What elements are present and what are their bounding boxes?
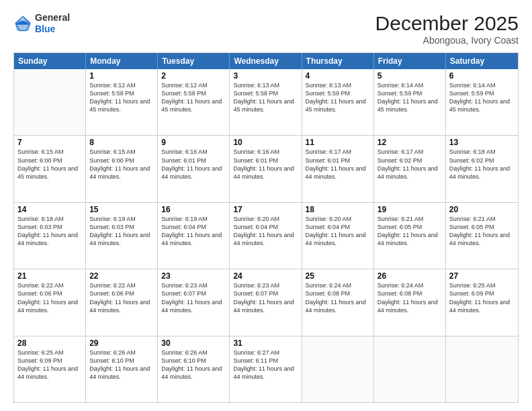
cal-cell-2-2: 16Sunrise: 6:19 AM Sunset: 6:04 PM Dayli… (158, 203, 230, 269)
cal-cell-1-4: 11Sunrise: 6:17 AM Sunset: 6:01 PM Dayli… (302, 136, 374, 201)
day-header-thursday: Thursday (302, 53, 374, 69)
cal-cell-1-0: 7Sunrise: 6:15 AM Sunset: 6:00 PM Daylig… (14, 136, 86, 201)
cal-cell-1-3: 10Sunrise: 6:16 AM Sunset: 6:01 PM Dayli… (230, 136, 302, 201)
cal-cell-0-3: 3Sunrise: 6:13 AM Sunset: 5:58 PM Daylig… (230, 69, 302, 135)
cal-cell-3-4: 25Sunrise: 6:24 AM Sunset: 6:08 PM Dayli… (302, 269, 374, 335)
location-subtitle: Abongoua, Ivory Coast (375, 35, 519, 46)
cell-info: Sunrise: 6:14 AM Sunset: 5:59 PM Dayligh… (449, 81, 515, 114)
cell-info: Sunrise: 6:16 AM Sunset: 6:01 PM Dayligh… (233, 148, 298, 181)
cal-cell-4-0: 28Sunrise: 6:25 AM Sunset: 6:09 PM Dayli… (14, 336, 86, 402)
day-number: 2 (161, 71, 226, 81)
calendar-row-1: 7Sunrise: 6:15 AM Sunset: 6:00 PM Daylig… (14, 135, 518, 201)
day-number: 4 (306, 71, 370, 81)
day-number: 5 (378, 71, 442, 81)
cal-cell-3-2: 23Sunrise: 6:23 AM Sunset: 6:07 PM Dayli… (158, 269, 230, 335)
cell-info: Sunrise: 6:12 AM Sunset: 5:58 PM Dayligh… (161, 81, 226, 114)
cell-info: Sunrise: 6:26 AM Sunset: 6:10 PM Dayligh… (161, 349, 226, 381)
cal-cell-3-6: 27Sunrise: 6:25 AM Sunset: 6:09 PM Dayli… (446, 269, 518, 335)
cell-info: Sunrise: 6:18 AM Sunset: 6:02 PM Dayligh… (449, 148, 515, 181)
cal-cell-4-2: 30Sunrise: 6:26 AM Sunset: 6:10 PM Dayli… (158, 336, 230, 402)
cell-info: Sunrise: 6:14 AM Sunset: 5:59 PM Dayligh… (378, 81, 442, 114)
logo-blue: Blue (35, 24, 70, 35)
day-number: 6 (449, 71, 515, 81)
calendar-row-2: 14Sunrise: 6:18 AM Sunset: 6:03 PM Dayli… (14, 202, 518, 269)
cell-info: Sunrise: 6:19 AM Sunset: 6:03 PM Dayligh… (89, 215, 154, 248)
cal-cell-0-1: 1Sunrise: 6:12 AM Sunset: 5:58 PM Daylig… (86, 69, 158, 135)
day-number: 12 (378, 138, 442, 147)
day-number: 9 (161, 138, 226, 147)
day-number: 10 (233, 138, 298, 147)
cell-info: Sunrise: 6:17 AM Sunset: 6:02 PM Dayligh… (378, 148, 442, 181)
day-number: 11 (306, 138, 370, 147)
cal-cell-2-1: 15Sunrise: 6:19 AM Sunset: 6:03 PM Dayli… (86, 203, 158, 269)
calendar-body: 1Sunrise: 6:12 AM Sunset: 5:58 PM Daylig… (14, 69, 518, 402)
logo-text: General Blue (35, 12, 70, 35)
calendar-row-0: 1Sunrise: 6:12 AM Sunset: 5:58 PM Daylig… (14, 69, 518, 135)
cell-info: Sunrise: 6:18 AM Sunset: 6:03 PM Dayligh… (17, 215, 82, 248)
day-number: 15 (89, 205, 154, 214)
cell-info: Sunrise: 6:25 AM Sunset: 6:09 PM Dayligh… (17, 349, 82, 381)
cal-cell-1-5: 12Sunrise: 6:17 AM Sunset: 6:02 PM Dayli… (374, 136, 446, 201)
cal-cell-4-4 (302, 336, 374, 402)
day-number: 8 (89, 138, 154, 147)
day-number: 22 (89, 271, 154, 281)
cell-info: Sunrise: 6:24 AM Sunset: 6:08 PM Dayligh… (378, 281, 442, 314)
cal-cell-0-4: 4Sunrise: 6:13 AM Sunset: 5:59 PM Daylig… (302, 69, 374, 135)
cal-cell-1-2: 9Sunrise: 6:16 AM Sunset: 6:01 PM Daylig… (158, 136, 230, 201)
page: General Blue December 2025 Abongoua, Ivo… (0, 0, 532, 411)
cell-info: Sunrise: 6:19 AM Sunset: 6:04 PM Dayligh… (161, 215, 226, 248)
logo-icon (13, 14, 32, 33)
cell-info: Sunrise: 6:15 AM Sunset: 6:00 PM Dayligh… (89, 148, 154, 181)
day-header-sunday: Sunday (14, 53, 86, 69)
day-number: 16 (161, 205, 226, 214)
day-number: 31 (233, 338, 298, 348)
cal-cell-1-6: 13Sunrise: 6:18 AM Sunset: 6:02 PM Dayli… (446, 136, 518, 201)
month-title: December 2025 (375, 12, 519, 35)
cell-info: Sunrise: 6:15 AM Sunset: 6:00 PM Dayligh… (17, 148, 82, 181)
day-number: 7 (17, 138, 82, 147)
cal-cell-2-0: 14Sunrise: 6:18 AM Sunset: 6:03 PM Dayli… (14, 203, 86, 269)
day-number: 1 (89, 71, 154, 81)
title-block: December 2025 Abongoua, Ivory Coast (375, 12, 519, 46)
day-number: 21 (17, 271, 82, 281)
day-number: 27 (449, 271, 515, 281)
cell-info: Sunrise: 6:25 AM Sunset: 6:09 PM Dayligh… (449, 281, 515, 314)
cell-info: Sunrise: 6:20 AM Sunset: 6:04 PM Dayligh… (233, 215, 298, 248)
calendar-header: Sunday Monday Tuesday Wednesday Thursday… (14, 53, 518, 69)
day-number: 28 (17, 338, 82, 348)
cell-info: Sunrise: 6:27 AM Sunset: 6:11 PM Dayligh… (233, 349, 298, 381)
header: General Blue December 2025 Abongoua, Ivo… (13, 12, 519, 46)
day-number: 13 (449, 138, 515, 147)
cal-cell-0-5: 5Sunrise: 6:14 AM Sunset: 5:59 PM Daylig… (374, 69, 446, 135)
cal-cell-4-5 (374, 336, 446, 402)
cal-cell-0-2: 2Sunrise: 6:12 AM Sunset: 5:58 PM Daylig… (158, 69, 230, 135)
day-number: 20 (449, 205, 515, 214)
cell-info: Sunrise: 6:23 AM Sunset: 6:07 PM Dayligh… (233, 281, 298, 314)
cal-cell-4-3: 31Sunrise: 6:27 AM Sunset: 6:11 PM Dayli… (230, 336, 302, 402)
day-number: 23 (161, 271, 226, 281)
cell-info: Sunrise: 6:26 AM Sunset: 6:10 PM Dayligh… (89, 349, 154, 381)
calendar-row-4: 28Sunrise: 6:25 AM Sunset: 6:09 PM Dayli… (14, 336, 518, 402)
cal-cell-2-6: 20Sunrise: 6:21 AM Sunset: 6:05 PM Dayli… (446, 203, 518, 269)
cell-info: Sunrise: 6:24 AM Sunset: 6:08 PM Dayligh… (306, 281, 370, 314)
calendar: Sunday Monday Tuesday Wednesday Thursday… (13, 52, 519, 403)
calendar-row-3: 21Sunrise: 6:22 AM Sunset: 6:06 PM Dayli… (14, 269, 518, 335)
day-number: 14 (17, 205, 82, 214)
logo-general: General (35, 12, 70, 24)
cell-info: Sunrise: 6:16 AM Sunset: 6:01 PM Dayligh… (161, 148, 226, 181)
cal-cell-2-5: 19Sunrise: 6:21 AM Sunset: 6:05 PM Dayli… (374, 203, 446, 269)
cell-info: Sunrise: 6:17 AM Sunset: 6:01 PM Dayligh… (306, 148, 370, 181)
day-header-saturday: Saturday (446, 53, 518, 69)
cell-info: Sunrise: 6:23 AM Sunset: 6:07 PM Dayligh… (161, 281, 226, 314)
cell-info: Sunrise: 6:22 AM Sunset: 6:06 PM Dayligh… (17, 281, 82, 314)
day-header-monday: Monday (86, 53, 158, 69)
cal-cell-0-0 (14, 69, 86, 135)
day-header-wednesday: Wednesday (230, 53, 302, 69)
cal-cell-2-4: 18Sunrise: 6:20 AM Sunset: 6:04 PM Dayli… (302, 203, 374, 269)
day-number: 3 (233, 71, 298, 81)
day-header-friday: Friday (374, 53, 446, 69)
cal-cell-4-1: 29Sunrise: 6:26 AM Sunset: 6:10 PM Dayli… (86, 336, 158, 402)
cell-info: Sunrise: 6:13 AM Sunset: 5:59 PM Dayligh… (306, 81, 370, 114)
day-number: 19 (378, 205, 442, 214)
cal-cell-4-6 (446, 336, 518, 402)
